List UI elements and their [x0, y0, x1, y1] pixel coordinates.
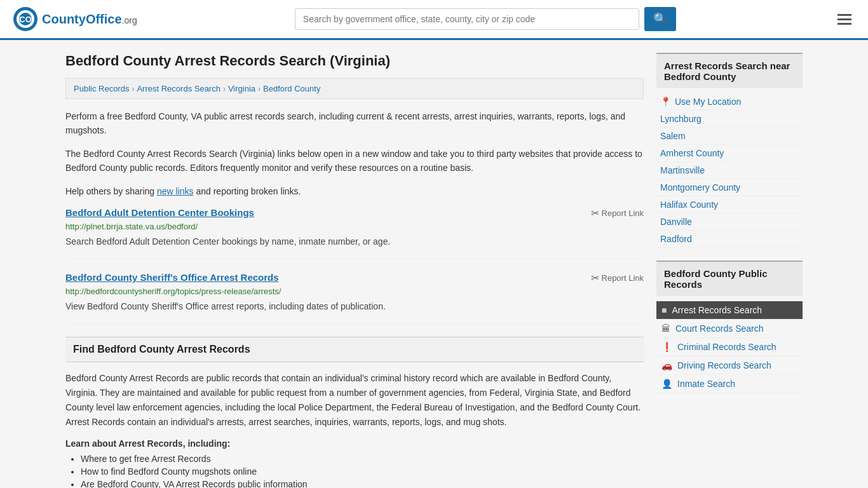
svg-text:CO: CO [19, 15, 32, 24]
bullet-1: How to find Bedford County mugshots onli… [81, 466, 644, 477]
sidebar-nearby-list: Lynchburg Salem Amherst County Martinsvi… [656, 111, 803, 248]
breadcrumb-sep-2: › [223, 85, 226, 93]
breadcrumb-link-bedford[interactable]: Bedford County [263, 84, 320, 93]
link-card-1: Bedford County Sheriff's Office Arrest R… [65, 272, 644, 324]
sidebar-nearby-item-4[interactable]: Montgomery County [656, 179, 803, 196]
scissors-icon-0: ✂ [591, 207, 599, 219]
link-card-0-title[interactable]: Bedford Adult Detention Center Bookings [65, 207, 254, 218]
desc-paragraph-3: Help others by sharing new links and rep… [65, 184, 644, 198]
scissors-icon-1: ✂ [591, 272, 599, 284]
link-card-0-url[interactable]: http://plnet.brrja.state.va.us/bedford/ [65, 222, 644, 231]
link-card-1-desc: View Bedford County Sheriff's Office arr… [65, 300, 644, 313]
link-card-1-url[interactable]: http://bedfordcountysheriff.org/topics/p… [65, 287, 644, 296]
header: CO CountyOffice.org 🔍 [0, 0, 868, 40]
report-link-button-0[interactable]: ✂ Report Link [591, 207, 644, 219]
record-icon-2: ❗ [661, 342, 672, 352]
sidebar-nearby-item-2[interactable]: Amherst County [656, 145, 803, 162]
breadcrumb: Public Records › Arrest Records Search ›… [65, 78, 644, 99]
link-card-0-desc: Search Bedford Adult Detention Center bo… [65, 235, 644, 248]
report-link-button-1[interactable]: ✂ Report Link [591, 272, 644, 284]
bullet-2: Are Bedford County, VA Arrest Records pu… [81, 479, 644, 488]
bullet-0: Where to get free Arrest Records [81, 454, 644, 464]
search-area: 🔍 [295, 7, 676, 31]
find-section-heading: Find Bedford County Arrest Records [65, 337, 644, 362]
sidebar-record-item-0[interactable]: ■ Arrest Records Search [656, 301, 803, 320]
sidebar-nearby-item-1[interactable]: Salem [656, 128, 803, 145]
learn-heading: Learn about Arrest Records, including: [65, 438, 644, 449]
use-location-item[interactable]: 📍 Use My Location [656, 93, 803, 111]
breadcrumb-link-virginia[interactable]: Virginia [228, 84, 255, 93]
record-icon-1: 🏛 [661, 323, 670, 334]
breadcrumb-sep-3: › [258, 85, 261, 93]
breadcrumb-link-public-records[interactable]: Public Records [74, 84, 129, 93]
record-icon-0: ■ [661, 305, 667, 315]
sidebar: Arrest Records Search near Bedford Count… [656, 53, 803, 488]
breadcrumb-link-arrest[interactable]: Arrest Records Search [137, 84, 220, 93]
learn-bullets: Where to get free Arrest Records How to … [65, 454, 644, 488]
breadcrumb-sep-1: › [132, 85, 134, 93]
sidebar-nearby-item-6[interactable]: Danville [656, 214, 803, 231]
sidebar-record-item-2[interactable]: ❗ Criminal Records Search [656, 338, 803, 356]
search-input[interactable] [295, 8, 639, 30]
logo-text[interactable]: CountyOffice.org [42, 12, 137, 27]
sidebar-public-records-title: Bedford County Public Records [656, 261, 803, 296]
link-card-0: Bedford Adult Detention Center Bookings … [65, 207, 644, 259]
sidebar-nearby-item-7[interactable]: Radford [656, 231, 803, 248]
content-area: Bedford County Arrest Records Search (Vi… [65, 53, 644, 488]
menu-button[interactable] [834, 10, 855, 29]
use-location-link[interactable]: Use My Location [675, 97, 741, 107]
record-icon-3: 🚗 [661, 360, 672, 370]
sidebar-record-item-1[interactable]: 🏛 Court Records Search [656, 320, 803, 338]
logo-area: CO CountyOffice.org [13, 6, 137, 32]
sidebar-record-item-3[interactable]: 🚗 Driving Records Search [656, 356, 803, 375]
search-button[interactable]: 🔍 [644, 7, 676, 31]
link-card-1-title[interactable]: Bedford County Sheriff's Office Arrest R… [65, 272, 279, 283]
desc-paragraph-2: The Bedford County Arrest Records Search… [65, 147, 644, 175]
logo-icon: CO [13, 6, 38, 32]
find-body-text: Bedford County Arrest Records are public… [65, 371, 644, 430]
desc-paragraph-1: Perform a free Bedford County, VA public… [65, 109, 644, 138]
location-icon: 📍 [660, 97, 671, 107]
sidebar-nearby-title: Arrest Records Search near Bedford Count… [656, 53, 803, 88]
sidebar-nearby-item-3[interactable]: Martinsville [656, 162, 803, 179]
sidebar-nearby-item-5[interactable]: Halifax County [656, 196, 803, 214]
sidebar-record-item-4[interactable]: 👤 Inmate Search [656, 375, 803, 393]
main-container: Bedford County Arrest Records Search (Vi… [53, 40, 815, 488]
sidebar-public-records-list: ■ Arrest Records Search 🏛 Court Records … [656, 301, 803, 393]
record-icon-4: 👤 [661, 379, 672, 389]
sidebar-nearby-item-0[interactable]: Lynchburg [656, 111, 803, 128]
page-title: Bedford County Arrest Records Search (Vi… [65, 53, 644, 69]
new-links-link[interactable]: new links [157, 186, 194, 196]
